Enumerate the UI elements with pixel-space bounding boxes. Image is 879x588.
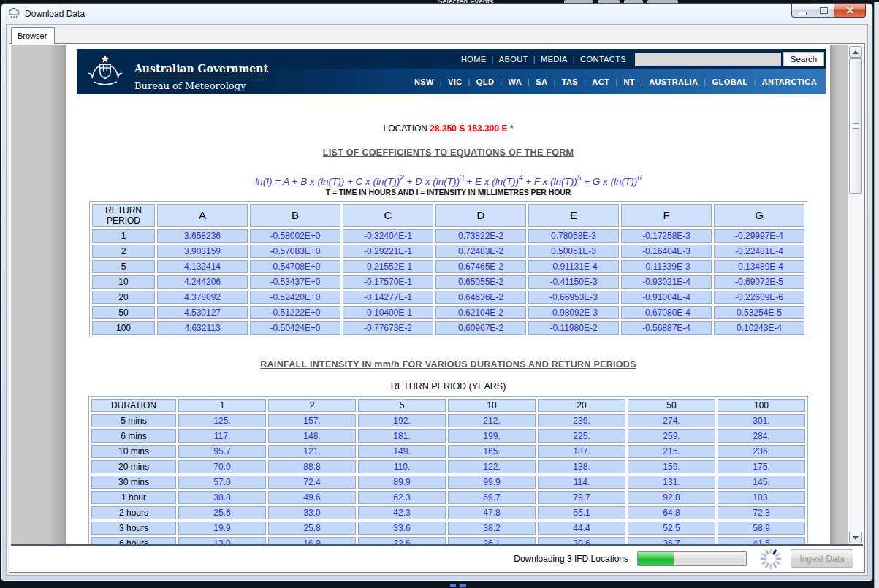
- top-nav-contacts[interactable]: CONTACTS: [580, 55, 626, 64]
- value-cell: 38.8: [178, 491, 266, 504]
- nav-separator: |: [492, 55, 494, 64]
- value-cell: 131.: [628, 476, 715, 489]
- value-cell: 13.0: [178, 537, 266, 544]
- scrollbar-thumb[interactable]: [849, 58, 862, 194]
- value-cell: 0.73822E-2: [435, 229, 526, 243]
- region-nav-nt[interactable]: NT: [623, 77, 634, 86]
- table-row: 204.378092-0.52420E+0-0.14277E-10.64636E…: [92, 291, 804, 304]
- row-header-cell: 5: [92, 260, 155, 273]
- close-button[interactable]: [834, 4, 866, 18]
- value-cell: 225.: [538, 429, 625, 443]
- value-cell: -0.51222E+0: [250, 306, 340, 319]
- up-arrow-icon: [853, 50, 859, 54]
- region-nav-australia[interactable]: AUSTRALIA: [649, 77, 698, 86]
- value-cell: 0.10243E-4: [714, 321, 804, 335]
- gov-title: Australian Government: [134, 63, 268, 77]
- row-header-cell: 2: [92, 245, 155, 258]
- table-row: 2 hours25.633.042.347.855.164.872.3: [91, 506, 805, 519]
- value-cell: 64.8: [628, 506, 715, 519]
- region-nav-wa[interactable]: WA: [509, 77, 522, 86]
- value-cell: 72.3: [718, 506, 805, 519]
- region-nav-vic[interactable]: VIC: [448, 77, 463, 86]
- region-nav-tas[interactable]: TAS: [562, 77, 578, 86]
- column-header: 100: [718, 399, 805, 412]
- value-cell: -0.22481E-4: [714, 245, 804, 258]
- value-cell: 110.: [358, 460, 446, 473]
- value-cell: 4.132414: [157, 260, 248, 273]
- minimize-button[interactable]: [791, 4, 813, 18]
- vertical-scrollbar[interactable]: [848, 45, 863, 544]
- value-cell: 284.: [718, 429, 805, 443]
- value-cell: 0.64636E-2: [435, 291, 526, 304]
- bom-site-header: HOME|ABOUT|MEDIA|CONTACTS Search NSW|VIC…: [77, 49, 826, 94]
- region-nav-antarctica[interactable]: ANTARCTICA: [762, 77, 817, 86]
- region-nav-sa[interactable]: SA: [536, 77, 547, 86]
- download-status-text: Downloading 3 IFD Locations: [514, 554, 628, 564]
- scrollbar-down-button[interactable]: [849, 532, 862, 543]
- nav-separator: |: [573, 55, 575, 64]
- bureau-title: Bureau of Meteorology: [134, 80, 268, 91]
- background-window-right-edge: [874, 2, 879, 588]
- value-cell: -0.57083E+0: [250, 245, 340, 258]
- row-header-cell: 50: [92, 306, 155, 319]
- rain-cloud-app-icon: [8, 8, 20, 19]
- value-cell: 52.5: [628, 522, 715, 535]
- value-cell: 157.: [268, 414, 356, 427]
- tab-browser-label: Browser: [18, 31, 47, 40]
- nav-separator: |: [533, 55, 536, 64]
- column-header: 5: [358, 399, 446, 412]
- search-input[interactable]: [635, 53, 781, 66]
- table-row: 23.903159-0.57083E+0-0.29221E-10.72483E-…: [92, 245, 804, 258]
- restore-button[interactable]: [813, 4, 834, 18]
- page-margin-left: [11, 45, 66, 544]
- table-row: 104.244206-0.53437E+0-0.17570E-10.65055E…: [92, 275, 804, 289]
- value-cell: 25.6: [178, 506, 266, 519]
- coefficients-table: RETURN PERIODABCDEFG13.658236-0.58002E+0…: [89, 201, 807, 338]
- value-cell: 0.72483E-2: [435, 245, 526, 258]
- value-cell: -0.17570E-1: [343, 275, 433, 289]
- value-cell: 274.: [628, 414, 715, 427]
- value-cell: 49.6: [268, 491, 356, 504]
- top-nav-media[interactable]: MEDIA: [541, 55, 568, 64]
- titlebar[interactable]: Download Data: [1, 4, 872, 23]
- table-row: 30 mins57.072.489.999.9114.131.145.: [91, 476, 805, 489]
- region-nav-global[interactable]: GLOBAL: [712, 77, 748, 86]
- top-nav-home[interactable]: HOME: [461, 55, 487, 64]
- equation-text: + F x (ln(T)): [522, 176, 577, 187]
- region-nav-act[interactable]: ACT: [592, 77, 609, 86]
- location-line: LOCATION 28.350 S 153.300 E *: [66, 123, 830, 134]
- restore-icon: [821, 8, 827, 13]
- ingest-data-button[interactable]: Ingest Data: [791, 549, 853, 568]
- column-header: D: [435, 204, 526, 228]
- coat-of-arms-icon: [84, 51, 126, 91]
- background-window-glyph: [460, 584, 466, 587]
- top-nav-about[interactable]: ABOUT: [499, 55, 528, 64]
- value-cell: 138.: [538, 460, 625, 473]
- equation-text: + G x (ln(T)): [581, 176, 637, 187]
- value-cell: -0.17258E-3: [621, 229, 712, 243]
- scrollbar-up-button[interactable]: [849, 46, 862, 58]
- table-header-row: DURATION125102050100: [91, 399, 805, 412]
- value-cell: 159.: [628, 460, 715, 473]
- region-nav-nsw[interactable]: NSW: [414, 77, 434, 86]
- value-cell: 125.: [178, 414, 266, 427]
- value-cell: 165.: [448, 445, 536, 458]
- region-nav-qld[interactable]: QLD: [476, 77, 494, 86]
- column-header: G: [714, 204, 804, 228]
- nav-separator: |: [615, 77, 617, 86]
- value-cell: -0.52420E+0: [250, 291, 340, 304]
- value-cell: 301.: [718, 414, 805, 427]
- value-cell: 215.: [628, 445, 715, 458]
- search-button[interactable]: Search: [783, 52, 824, 66]
- table-row: 1 hour38.849.662.369.779.792.8103.: [91, 491, 805, 504]
- nav-separator: |: [704, 77, 706, 86]
- equation-text: + E x (ln(T)): [464, 176, 519, 187]
- value-cell: 0.62104E-2: [435, 306, 526, 319]
- value-cell: -0.58002E+0: [250, 229, 340, 243]
- coefficients-heading: LIST OF COEFFICIENTS TO EQUATIONS OF THE…: [66, 148, 830, 158]
- row-header-cell: 2 hours: [91, 506, 176, 519]
- window-controls: [792, 4, 866, 18]
- value-cell: 122.: [448, 460, 536, 473]
- value-cell: 3.903159: [157, 245, 248, 258]
- tab-browser[interactable]: Browser: [11, 27, 55, 44]
